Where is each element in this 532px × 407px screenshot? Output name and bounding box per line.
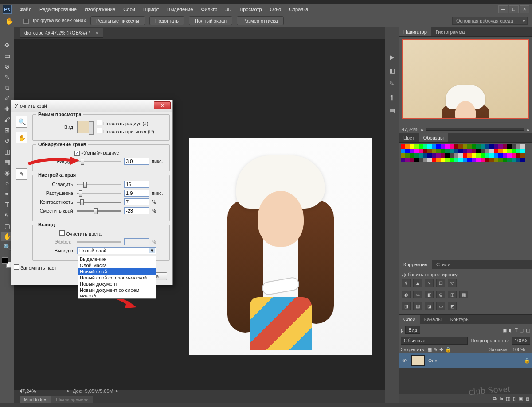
print-size-button[interactable]: Размер оттиска <box>237 16 284 25</box>
delete-layer-icon[interactable]: 🗑 <box>525 396 530 402</box>
vibrance-icon[interactable]: ▽ <box>448 279 457 287</box>
layers-tab[interactable]: Слои <box>399 315 420 324</box>
color-balance-icon[interactable]: ⚖ <box>413 291 422 298</box>
lock-all-icon[interactable]: 🔒 <box>445 347 451 353</box>
crop-tool[interactable]: ⧉ <box>1 83 13 93</box>
menu-3d[interactable]: 3D <box>225 7 231 12</box>
show-radius-checkbox[interactable]: Показать радиус (J) <box>97 120 154 126</box>
document-tab[interactable]: фото.jpg @ 47,2% (RGB/8#) * × <box>20 28 103 38</box>
menu-help[interactable]: Справка <box>289 7 308 12</box>
threshold-icon[interactable]: ◪ <box>425 302 434 310</box>
fit-screen-button[interactable]: Подогнать <box>149 16 184 25</box>
decontaminate-checkbox[interactable]: Очистить цвета <box>59 230 102 236</box>
radius-slider[interactable] <box>77 158 121 164</box>
menu-window[interactable]: Окно <box>270 7 282 12</box>
brushes-icon[interactable]: ✎ <box>389 80 395 87</box>
invert-icon[interactable]: ◨ <box>402 302 411 310</box>
exposure-icon[interactable]: ☐ <box>436 279 445 287</box>
output-option-layer-mask[interactable]: Слой-маска <box>78 262 156 268</box>
minimize-button[interactable]: — <box>498 5 508 13</box>
scroll-all-checkbox[interactable]: Прокрутка во всех окнах <box>23 18 86 23</box>
filter-shape-icon[interactable]: ▢ <box>520 327 524 333</box>
move-tool[interactable]: ✥ <box>1 40 13 50</box>
adjustments-tab[interactable]: Коррекция <box>399 260 432 269</box>
canvas[interactable] <box>189 138 372 355</box>
character-icon[interactable]: ¶ <box>390 93 394 101</box>
photo-filter-icon[interactable]: ◎ <box>436 291 445 298</box>
show-original-checkbox[interactable]: Показать оригинал (P) <box>97 128 154 134</box>
lasso-tool[interactable]: ⊘ <box>1 62 13 71</box>
histogram-tab[interactable]: Гистограмма <box>431 27 469 36</box>
lock-transparency-icon[interactable]: ▦ <box>427 347 432 353</box>
filter-pixel-icon[interactable]: ▣ <box>502 327 507 333</box>
mini-bridge-tab[interactable]: Mini Bridge <box>20 396 51 403</box>
opacity-input[interactable]: 100% <box>512 337 530 345</box>
navigator-zoom-slider[interactable] <box>426 128 524 131</box>
view-thumbnail-select[interactable] <box>77 121 90 133</box>
new-layer-icon[interactable]: ▣ <box>518 396 523 402</box>
output-option-new-layer-mask[interactable]: Новый слой со слоем-маской <box>78 275 156 281</box>
zoom-out-icon[interactable]: ▵ <box>421 126 423 132</box>
layer-name[interactable]: Фон <box>428 358 438 363</box>
menu-filter[interactable]: Фильтр <box>201 7 217 12</box>
menu-edit[interactable]: Редактирование <box>39 7 77 12</box>
filter-smart-icon[interactable]: ◫ <box>526 327 530 333</box>
layer-thumbnail[interactable] <box>411 355 425 366</box>
bw-icon[interactable]: ◧ <box>425 291 434 298</box>
link-layers-icon[interactable]: ⧉ <box>493 396 497 402</box>
maximize-button[interactable]: □ <box>509 5 519 13</box>
close-button[interactable]: ✕ <box>520 5 529 13</box>
remember-settings-checkbox[interactable]: Запомнить наст <box>14 264 56 271</box>
output-option-new-doc-mask[interactable]: Новый документ со слоем-маской <box>78 287 156 298</box>
new-group-icon[interactable]: ▯ <box>513 396 516 402</box>
hue-icon[interactable]: ◐ <box>402 291 411 298</box>
feather-input[interactable] <box>124 190 149 197</box>
dialog-hand-tool[interactable]: ✋ <box>16 132 27 143</box>
menu-type[interactable]: Шрифт <box>143 7 159 12</box>
feather-slider[interactable] <box>77 190 121 196</box>
full-screen-button[interactable]: Полный экран <box>189 16 232 25</box>
smooth-slider[interactable] <box>77 181 121 187</box>
actions-icon[interactable]: ▶ <box>390 54 395 61</box>
channels-tab[interactable]: Каналы <box>420 315 446 324</box>
menu-select[interactable]: Выделение <box>167 7 193 12</box>
channel-mixer-icon[interactable]: ◫ <box>448 291 457 298</box>
selective-color-icon[interactable]: ◩ <box>448 302 457 310</box>
navigator-thumbnail[interactable] <box>402 39 529 119</box>
output-option-new-layer[interactable]: Новый слой <box>78 268 156 275</box>
history-icon[interactable]: ≡ <box>390 40 394 47</box>
brightness-icon[interactable]: ☀ <box>402 279 411 287</box>
timeline-tab[interactable]: Шкала времени <box>51 396 93 403</box>
document-close-icon[interactable]: × <box>95 30 98 35</box>
menu-image[interactable]: Изображение <box>85 7 115 12</box>
marquee-tool[interactable]: ▭ <box>1 51 13 61</box>
gradient-map-icon[interactable]: ▭ <box>436 302 445 310</box>
output-option-new-doc[interactable]: Новый документ <box>78 281 156 287</box>
menu-layers[interactable]: Слои <box>123 7 135 12</box>
fill-input[interactable]: 100% <box>511 346 530 353</box>
layer-visibility-icon[interactable]: 👁 <box>401 358 408 363</box>
quick-select-tool[interactable]: ✎ <box>1 72 13 82</box>
dialog-refine-brush[interactable]: ✎ <box>16 168 27 180</box>
lookup-icon[interactable]: ▦ <box>459 291 468 298</box>
filter-adjust-icon[interactable]: ◐ <box>509 327 513 333</box>
layer-filter-select[interactable]: Вид <box>405 326 420 334</box>
zoom-in-icon[interactable]: ▵ <box>527 126 529 132</box>
navigator-zoom[interactable]: 47,24% <box>402 127 418 132</box>
actual-pixels-button[interactable]: Реальные пикселы <box>90 16 145 25</box>
swatches-tab[interactable]: Образцы <box>419 133 448 142</box>
levels-icon[interactable]: ▲ <box>413 279 422 287</box>
paths-tab[interactable]: Контуры <box>446 315 474 324</box>
output-option-selection[interactable]: Выделение <box>78 256 156 262</box>
shift-edge-input[interactable] <box>124 207 149 214</box>
shift-edge-slider[interactable] <box>77 208 121 214</box>
blend-mode-select[interactable]: Обычные <box>401 337 468 345</box>
swatches-grid[interactable] <box>399 143 532 164</box>
posterize-icon[interactable]: ▤ <box>413 302 422 310</box>
navigator-tab[interactable]: Навигатор <box>399 27 431 36</box>
menu-view[interactable]: Просмотр <box>239 7 262 12</box>
smart-radius-checkbox[interactable]: ✓ «Умный» радиус <box>74 150 119 156</box>
smooth-input[interactable] <box>124 181 149 188</box>
lock-position-icon[interactable]: ✥ <box>439 347 443 353</box>
curves-icon[interactable]: ∿ <box>425 279 434 287</box>
